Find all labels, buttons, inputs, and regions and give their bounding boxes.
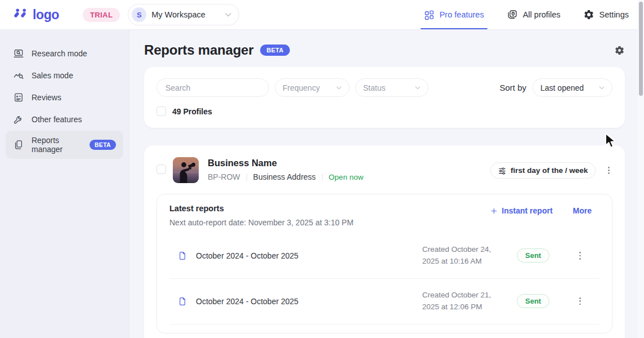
tab-label: All profiles [523, 10, 561, 19]
instant-report-button[interactable]: Instant report [490, 206, 552, 215]
divider [247, 174, 247, 181]
plus-icon [490, 207, 498, 215]
business-name: Business Name [208, 158, 363, 168]
frequency-select[interactable]: Frequency [275, 78, 350, 97]
reports-icon [13, 139, 24, 150]
status-placeholder: Status [363, 83, 386, 92]
select-all-checkbox[interactable] [156, 106, 166, 116]
workspace-avatar: S [132, 7, 146, 22]
report-file-icon [177, 250, 187, 261]
workspace-selector[interactable]: S My Workspace [128, 4, 239, 25]
more-button[interactable]: More [573, 206, 592, 215]
report-file-icon [177, 296, 187, 307]
rows-footer [169, 324, 600, 333]
latest-reports-card: Latest reports Next auto-report date: No… [156, 194, 612, 333]
latest-reports-actions: Instant report More [490, 204, 592, 227]
profiles-count-label: 49 Profiles [172, 107, 212, 116]
report-row[interactable]: October 2024 - October 2025 Created Octo… [169, 278, 600, 324]
sidebar: Research mode Sales mode Reviews [0, 30, 129, 338]
scrollbar-thumb[interactable] [639, 2, 643, 96]
search-input[interactable] [164, 83, 261, 93]
search-field [156, 78, 269, 97]
profiles-icon [507, 9, 518, 20]
sidebar-item-other-features[interactable]: Other features [6, 109, 123, 130]
research-mode-icon [13, 48, 24, 59]
status-badge: Sent [517, 294, 549, 308]
report-title: October 2024 - October 2025 [196, 251, 422, 260]
reviews-icon [13, 92, 24, 103]
tab-pro-features[interactable]: Pro features [424, 0, 484, 29]
sort-control: Sort by Last opened [499, 78, 612, 97]
sidebar-item-label: Other features [32, 115, 82, 124]
sidebar-item-sales-mode[interactable]: Sales mode [6, 65, 123, 86]
report-created: Created October 21, 2025 at 12:06 PM [422, 290, 509, 313]
report-row[interactable]: October 2024 - October 2025 Created Octo… [169, 233, 600, 278]
tab-settings[interactable]: Settings [583, 0, 629, 29]
schedule-pill-label: first day of the / week [511, 166, 588, 175]
business-thumbnail [173, 157, 199, 183]
report-kebab-menu[interactable] [576, 250, 584, 261]
sidebar-item-label: Reviews [32, 93, 61, 102]
profiles-count-row: 49 Profiles [156, 106, 612, 116]
app-window: logo TRIAL S My Workspace Pro f [0, 0, 644, 338]
business-checkbox[interactable] [156, 164, 166, 174]
report-kebab-menu[interactable] [576, 296, 584, 306]
wrench-icon [13, 114, 24, 125]
sidebar-item-reports-manager[interactable]: Reports manager BETA [6, 131, 123, 159]
report-rows: October 2024 - October 2025 Created Octo… [169, 233, 600, 333]
logo-icon [14, 8, 29, 21]
tab-label: Settings [600, 10, 629, 19]
sliders-icon [498, 167, 506, 175]
status-select[interactable]: Status [355, 78, 428, 97]
app-logo[interactable]: logo [14, 7, 59, 23]
grid-icon [424, 10, 435, 20]
divider [322, 174, 323, 181]
next-report-date: Next auto-report date: November 3, 2025 … [169, 218, 490, 227]
top-header: logo TRIAL S My Workspace Pro f [0, 0, 644, 30]
silhouette-image [173, 157, 199, 183]
filter-row: Frequency Status Sort by Last opened [156, 78, 612, 97]
sidebar-item-label: Reports manager [32, 136, 82, 154]
created-line1: Created October 24, [422, 245, 491, 254]
report-title: October 2024 - October 2025 [196, 297, 422, 306]
page-beta-badge: BETA [260, 45, 289, 56]
sort-value: Last opened [540, 83, 584, 92]
latest-reports-titles: Latest reports Next auto-report date: No… [169, 204, 490, 227]
created-line2: 2025 at 10:16 AM [422, 257, 482, 265]
business-code: BP-ROW [208, 172, 240, 181]
created-line2: 2025 at 12:06 PM [422, 303, 482, 311]
sidebar-item-label: Research mode [32, 49, 87, 58]
gear-icon [614, 45, 625, 56]
business-address: Business Address [253, 172, 316, 181]
frequency-placeholder: Frequency [283, 83, 320, 92]
reports-settings-button[interactable] [614, 45, 625, 56]
tab-all-profiles[interactable]: All profiles [507, 0, 561, 29]
business-kebab-menu[interactable] [605, 165, 612, 176]
sidebar-item-reviews[interactable]: Reviews [6, 87, 123, 108]
sidebar-item-label: Sales mode [32, 71, 73, 80]
sort-by-label: Sort by [499, 83, 526, 92]
chevron-down-icon [415, 86, 421, 90]
instant-report-label: Instant report [502, 206, 552, 215]
top-nav: Pro features All profiles Settings [424, 0, 629, 29]
latest-reports-header: Latest reports Next auto-report date: No… [169, 204, 600, 227]
chevron-down-icon [225, 13, 231, 17]
trial-badge: TRIAL [83, 8, 120, 22]
chevron-down-icon [599, 86, 605, 90]
logo-text: logo [33, 7, 59, 23]
page-title-row: Reports manager BETA [129, 30, 638, 58]
gear-icon [583, 9, 594, 20]
more-label: More [573, 206, 592, 215]
sort-select[interactable]: Last opened [533, 78, 612, 97]
business-meta: BP-ROW Business Address Open now [208, 172, 363, 181]
created-line1: Created October 21, [422, 291, 491, 299]
status-badge: Sent [517, 248, 549, 263]
sidebar-item-research-mode[interactable]: Research mode [6, 43, 123, 64]
report-created: Created October 24, 2025 at 10:16 AM [422, 244, 509, 268]
open-status: Open now [329, 173, 364, 181]
schedule-pill[interactable]: first day of the / week [490, 162, 596, 179]
workspace-name: My Workspace [151, 10, 220, 19]
section-title: Latest reports [169, 204, 490, 213]
beta-badge: BETA [90, 140, 116, 150]
business-card: Business Name BP-ROW Business Address Op… [144, 145, 625, 338]
